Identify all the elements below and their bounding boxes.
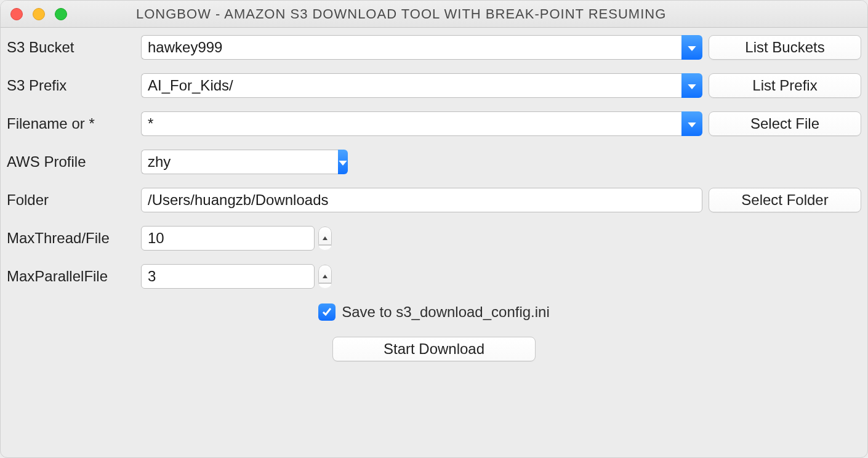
row-filename: Filename or * Select File xyxy=(7,111,861,136)
s3-bucket-dropdown-button[interactable] xyxy=(681,35,702,60)
maxthread-input[interactable] xyxy=(141,226,315,251)
label-folder: Folder xyxy=(7,191,135,209)
filename-dropdown-button[interactable] xyxy=(681,111,702,136)
label-s3-bucket: S3 Bucket xyxy=(7,39,135,56)
row-maxthread: MaxThread/File xyxy=(7,226,861,251)
window-controls xyxy=(10,8,67,20)
s3-prefix-dropdown-button[interactable] xyxy=(681,73,702,98)
label-aws-profile: AWS Profile xyxy=(7,153,135,171)
label-filename: Filename or * xyxy=(7,115,135,132)
chevron-down-icon xyxy=(322,246,328,250)
maxparallel-stepper xyxy=(318,265,332,288)
chevron-down-icon xyxy=(687,39,697,56)
aws-profile-dropdown-button[interactable] xyxy=(338,150,348,174)
select-file-button[interactable]: Select File xyxy=(709,111,861,136)
aws-profile-input[interactable] xyxy=(141,150,338,174)
save-config-row: Save to s3_download_config.ini xyxy=(7,303,861,321)
titlebar: LONGBOW - AMAZON S3 DOWNLOAD TOOL WITH B… xyxy=(1,1,867,28)
folder-input[interactable] xyxy=(141,188,702,212)
list-buckets-button[interactable]: List Buckets xyxy=(709,35,861,60)
start-download-row: Start Download xyxy=(7,337,861,361)
start-download-button[interactable]: Start Download xyxy=(332,337,536,361)
chevron-down-icon xyxy=(687,77,697,94)
filename-combo xyxy=(141,111,702,136)
main-content: S3 Bucket List Buckets S3 Prefix List Pr… xyxy=(1,28,867,369)
maxthread-step-down[interactable] xyxy=(318,245,332,250)
save-config-label: Save to s3_download_config.ini xyxy=(342,303,550,321)
label-maxthread: MaxThread/File xyxy=(7,230,135,247)
maximize-window-button[interactable] xyxy=(55,8,67,20)
row-s3-bucket: S3 Bucket List Buckets xyxy=(7,35,861,60)
check-icon xyxy=(321,303,332,321)
label-maxparallel: MaxParallelFile xyxy=(7,268,135,285)
maxparallel-step-up[interactable] xyxy=(318,265,332,283)
s3-bucket-input[interactable] xyxy=(141,35,681,60)
row-folder: Folder Select Folder xyxy=(7,188,861,212)
maxparallel-step-down[interactable] xyxy=(318,283,332,288)
chevron-up-icon xyxy=(322,227,328,244)
chevron-down-icon xyxy=(687,115,697,132)
select-folder-button[interactable]: Select Folder xyxy=(709,188,861,212)
s3-bucket-combo xyxy=(141,35,702,60)
aws-profile-combo xyxy=(141,150,332,174)
s3-prefix-combo xyxy=(141,73,702,98)
s3-prefix-input[interactable] xyxy=(141,73,681,98)
list-prefix-button[interactable]: List Prefix xyxy=(709,73,861,98)
save-config-checkbox[interactable] xyxy=(318,303,336,321)
minimize-window-button[interactable] xyxy=(33,8,45,20)
label-s3-prefix: S3 Prefix xyxy=(7,77,135,94)
chevron-up-icon xyxy=(322,265,328,283)
row-maxparallel: MaxParallelFile xyxy=(7,264,861,289)
maxthread-step-up[interactable] xyxy=(318,227,332,245)
chevron-down-icon xyxy=(338,153,348,171)
window-title: LONGBOW - AMAZON S3 DOWNLOAD TOOL WITH B… xyxy=(1,6,867,22)
filename-input[interactable] xyxy=(141,111,681,136)
row-s3-prefix: S3 Prefix List Prefix xyxy=(7,73,861,98)
row-aws-profile: AWS Profile xyxy=(7,150,861,174)
close-window-button[interactable] xyxy=(10,8,23,20)
maxthread-stepper xyxy=(318,227,332,250)
maxparallel-input[interactable] xyxy=(141,264,315,289)
chevron-down-icon xyxy=(322,284,328,288)
